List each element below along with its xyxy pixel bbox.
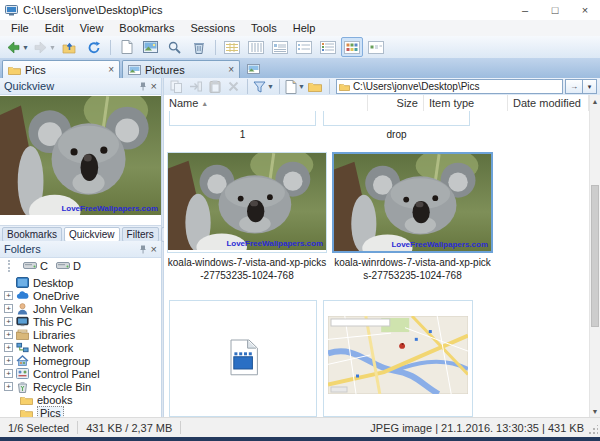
side-tab-filters[interactable]: Filters — [122, 227, 159, 242]
pin-icon[interactable] — [139, 82, 147, 91]
file-name[interactable]: koala-winrdows-7-vista-and-xp-picks-2775… — [332, 256, 493, 282]
view-tiles-button[interactable] — [365, 37, 387, 57]
search-button[interactable] — [164, 37, 186, 57]
tree-item-network[interactable]: +Network — [0, 341, 161, 354]
move-button[interactable] — [186, 78, 205, 95]
new-folder-button[interactable] — [306, 78, 325, 95]
column-date-modified[interactable]: Date modified — [508, 95, 589, 111]
video-file-icon — [229, 339, 259, 378]
tree-item-homegroup[interactable]: +Homegroup — [0, 354, 161, 367]
file-thumbnail[interactable] — [323, 300, 473, 417]
tree-item-john-velkan[interactable]: +John Velkan — [0, 302, 161, 315]
up-folder-button[interactable] — [59, 37, 81, 57]
tab-pics[interactable]: Pics × — [2, 60, 120, 78]
column-item-type[interactable]: Item type — [424, 95, 508, 111]
tab-strip: Pics × Pictures × — [0, 58, 600, 79]
menu-bookmarks[interactable]: Bookmarks — [111, 22, 182, 34]
address-go-button[interactable]: → — [565, 79, 583, 94]
column-size[interactable]: Size — [368, 95, 424, 111]
side-tab-bookmarks[interactable]: Bookmarks — [2, 227, 62, 242]
expand-icon[interactable]: + — [4, 304, 13, 313]
folders-panel-title: Folders — [4, 243, 41, 255]
expand-icon[interactable]: + — [4, 330, 13, 339]
file-name[interactable]: koala-windows-7-vista-and-xp-picks-27753… — [167, 256, 327, 282]
view-thumbnails-icon — [344, 41, 360, 54]
close-panel-icon[interactable]: × — [151, 80, 157, 92]
paste-button[interactable] — [205, 78, 224, 95]
close-panel-icon[interactable]: × — [151, 243, 157, 255]
new-tab-button[interactable] — [242, 61, 264, 76]
toolbar-separator — [110, 40, 111, 55]
column-name[interactable]: Name▲ — [164, 95, 368, 111]
menu-view[interactable]: View — [72, 22, 112, 34]
recycle-button[interactable] — [188, 37, 210, 57]
tree-item-ebooks[interactable]: ebooks — [0, 393, 161, 406]
file-thumbnail[interactable]: LoveFreeWallpapers.com — [332, 152, 493, 253]
quickview-image: LoveFreeWallpapers.com — [0, 96, 161, 215]
minimize-button[interactable]: – — [510, 0, 540, 20]
menu-tools[interactable]: Tools — [243, 22, 285, 34]
menu-edit[interactable]: Edit — [37, 22, 72, 34]
tab-close-icon[interactable]: × — [228, 65, 234, 75]
expand-icon[interactable]: + — [4, 317, 13, 326]
move-icon — [189, 80, 202, 93]
vertical-scrollbar[interactable]: ▲ ▼ — [589, 95, 600, 418]
tab-pictures[interactable]: Pictures × — [122, 60, 240, 78]
filter-button[interactable]: ▼ — [252, 78, 275, 95]
tree-item-desktop[interactable]: Desktop — [0, 276, 161, 289]
new-document-button[interactable] — [116, 37, 138, 57]
tree-item-recycle-bin[interactable]: +Recycle Bin — [0, 380, 161, 393]
file-name[interactable]: 1 — [169, 128, 316, 141]
maximize-button[interactable]: □ — [540, 0, 570, 20]
view-report-button[interactable] — [269, 37, 291, 57]
view-thumbnails-button[interactable] — [341, 37, 363, 57]
drive-c[interactable]: C — [23, 260, 48, 272]
tab-label: Pictures — [145, 64, 185, 76]
refresh-button[interactable] — [83, 37, 105, 57]
expand-icon[interactable]: + — [4, 369, 13, 378]
homegroup-icon — [16, 355, 29, 366]
file-thumbnail[interactable] — [323, 111, 470, 126]
back-button[interactable]: ▼ — [5, 37, 30, 57]
dropdown-caret-icon: ▼ — [49, 44, 56, 51]
view-list-button[interactable] — [317, 37, 339, 57]
view-small-button[interactable] — [293, 37, 315, 57]
pin-icon[interactable] — [139, 245, 147, 254]
drive-d[interactable]: D — [56, 260, 81, 272]
tree-item-onedrive[interactable]: +OneDrive — [0, 289, 161, 302]
delete-button[interactable] — [224, 78, 243, 95]
file-toolbar: ▼ ▼ →▾ — [164, 78, 600, 96]
resize-grip[interactable] — [588, 425, 598, 435]
side-tab-quickview[interactable]: Quickview — [64, 227, 120, 242]
menu-file[interactable]: File — [3, 22, 37, 34]
copy-button[interactable] — [167, 78, 186, 95]
view-columns-button[interactable] — [245, 37, 267, 57]
expand-icon[interactable]: + — [4, 382, 13, 391]
address-input[interactable] — [353, 81, 560, 92]
expand-icon[interactable]: + — [4, 343, 13, 352]
view-grid-button[interactable] — [221, 37, 243, 57]
file-thumbnail[interactable] — [169, 111, 316, 126]
close-button[interactable]: × — [570, 0, 600, 20]
scroll-up-icon[interactable]: ▲ — [590, 95, 600, 108]
status-file-info: JPEG image | 21.1.2016. 13:30:35 | 431 K… — [370, 422, 600, 434]
scrollbar-thumb[interactable] — [591, 185, 599, 327]
tree-item-libraries[interactable]: +Libraries — [0, 328, 161, 341]
new-file-button[interactable]: ▼ — [284, 78, 306, 95]
left-panel: Quickview × LoveFreeWallpapers.com Bookm… — [0, 78, 161, 418]
tree-item-this-pc[interactable]: +This PC — [0, 315, 161, 328]
expand-icon[interactable]: + — [4, 356, 13, 365]
file-thumbnail[interactable] — [169, 300, 317, 417]
forward-button[interactable]: ▼ — [32, 37, 57, 57]
menu-sessions[interactable]: Sessions — [182, 22, 243, 34]
expand-icon[interactable]: + — [4, 291, 13, 300]
window-controls: – □ × — [510, 0, 600, 20]
menu-help[interactable]: Help — [285, 22, 324, 34]
tree-item-control-panel[interactable]: +Control Panel — [0, 367, 161, 380]
view-tiles-icon — [368, 41, 384, 54]
file-name[interactable]: drop — [323, 128, 470, 141]
viewer-button[interactable] — [140, 37, 162, 57]
address-dropdown-button[interactable]: ▾ — [583, 79, 597, 94]
file-thumbnail[interactable]: LoveFreeWallpapers.com — [167, 152, 327, 253]
tab-close-icon[interactable]: × — [108, 65, 114, 75]
